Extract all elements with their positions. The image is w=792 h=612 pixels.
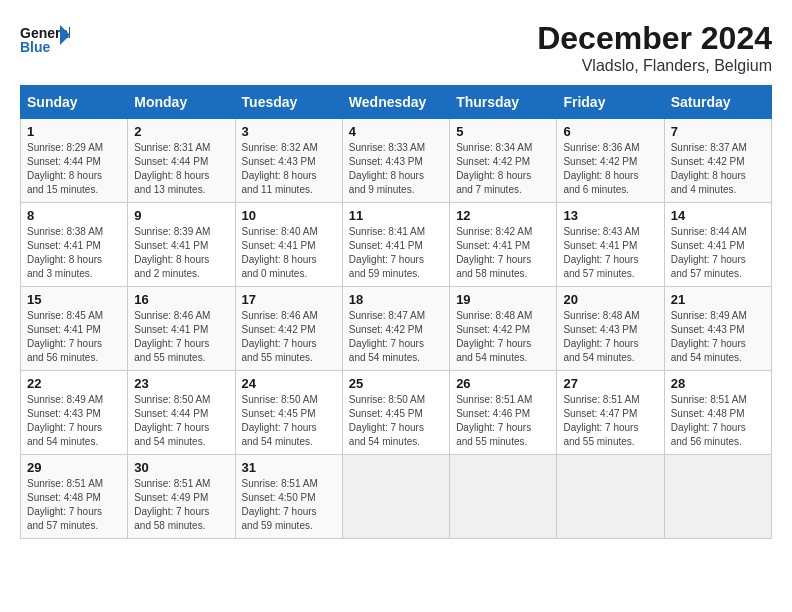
calendar-cell: [557, 455, 664, 539]
day-number: 22: [27, 376, 121, 391]
calendar-cell: 19Sunrise: 8:48 AMSunset: 4:42 PMDayligh…: [450, 287, 557, 371]
calendar-cell: 2Sunrise: 8:31 AMSunset: 4:44 PMDaylight…: [128, 119, 235, 203]
day-number: 12: [456, 208, 550, 223]
day-number: 25: [349, 376, 443, 391]
day-detail: Sunrise: 8:45 AMSunset: 4:41 PMDaylight:…: [27, 309, 121, 365]
calendar-table: SundayMondayTuesdayWednesdayThursdayFrid…: [20, 85, 772, 539]
calendar-cell: 29Sunrise: 8:51 AMSunset: 4:48 PMDayligh…: [21, 455, 128, 539]
day-detail: Sunrise: 8:33 AMSunset: 4:43 PMDaylight:…: [349, 141, 443, 197]
day-number: 3: [242, 124, 336, 139]
day-detail: Sunrise: 8:51 AMSunset: 4:49 PMDaylight:…: [134, 477, 228, 533]
calendar-cell: 15Sunrise: 8:45 AMSunset: 4:41 PMDayligh…: [21, 287, 128, 371]
calendar-week-row: 8Sunrise: 8:38 AMSunset: 4:41 PMDaylight…: [21, 203, 772, 287]
day-headers-row: SundayMondayTuesdayWednesdayThursdayFrid…: [21, 86, 772, 119]
day-detail: Sunrise: 8:32 AMSunset: 4:43 PMDaylight:…: [242, 141, 336, 197]
day-number: 16: [134, 292, 228, 307]
day-header-thursday: Thursday: [450, 86, 557, 119]
day-detail: Sunrise: 8:48 AMSunset: 4:43 PMDaylight:…: [563, 309, 657, 365]
calendar-cell: 25Sunrise: 8:50 AMSunset: 4:45 PMDayligh…: [342, 371, 449, 455]
day-header-saturday: Saturday: [664, 86, 771, 119]
calendar-week-row: 22Sunrise: 8:49 AMSunset: 4:43 PMDayligh…: [21, 371, 772, 455]
day-detail: Sunrise: 8:51 AMSunset: 4:48 PMDaylight:…: [27, 477, 121, 533]
svg-text:Blue: Blue: [20, 39, 51, 55]
calendar-cell: [342, 455, 449, 539]
day-detail: Sunrise: 8:36 AMSunset: 4:42 PMDaylight:…: [563, 141, 657, 197]
day-number: 5: [456, 124, 550, 139]
day-header-tuesday: Tuesday: [235, 86, 342, 119]
calendar-cell: 17Sunrise: 8:46 AMSunset: 4:42 PMDayligh…: [235, 287, 342, 371]
day-detail: Sunrise: 8:43 AMSunset: 4:41 PMDaylight:…: [563, 225, 657, 281]
day-number: 1: [27, 124, 121, 139]
calendar-week-row: 15Sunrise: 8:45 AMSunset: 4:41 PMDayligh…: [21, 287, 772, 371]
day-number: 28: [671, 376, 765, 391]
day-detail: Sunrise: 8:42 AMSunset: 4:41 PMDaylight:…: [456, 225, 550, 281]
day-number: 17: [242, 292, 336, 307]
calendar-cell: 13Sunrise: 8:43 AMSunset: 4:41 PMDayligh…: [557, 203, 664, 287]
day-detail: Sunrise: 8:31 AMSunset: 4:44 PMDaylight:…: [134, 141, 228, 197]
calendar-cell: 11Sunrise: 8:41 AMSunset: 4:41 PMDayligh…: [342, 203, 449, 287]
day-number: 18: [349, 292, 443, 307]
calendar-cell: 1Sunrise: 8:29 AMSunset: 4:44 PMDaylight…: [21, 119, 128, 203]
day-detail: Sunrise: 8:49 AMSunset: 4:43 PMDaylight:…: [27, 393, 121, 449]
calendar-cell: 7Sunrise: 8:37 AMSunset: 4:42 PMDaylight…: [664, 119, 771, 203]
calendar-cell: 16Sunrise: 8:46 AMSunset: 4:41 PMDayligh…: [128, 287, 235, 371]
logo: General Blue: [20, 20, 75, 60]
calendar-cell: 30Sunrise: 8:51 AMSunset: 4:49 PMDayligh…: [128, 455, 235, 539]
day-number: 8: [27, 208, 121, 223]
day-number: 13: [563, 208, 657, 223]
day-number: 23: [134, 376, 228, 391]
day-detail: Sunrise: 8:51 AMSunset: 4:50 PMDaylight:…: [242, 477, 336, 533]
day-detail: Sunrise: 8:51 AMSunset: 4:46 PMDaylight:…: [456, 393, 550, 449]
day-number: 4: [349, 124, 443, 139]
calendar-cell: 23Sunrise: 8:50 AMSunset: 4:44 PMDayligh…: [128, 371, 235, 455]
day-number: 14: [671, 208, 765, 223]
calendar-cell: 14Sunrise: 8:44 AMSunset: 4:41 PMDayligh…: [664, 203, 771, 287]
day-number: 10: [242, 208, 336, 223]
calendar-week-row: 1Sunrise: 8:29 AMSunset: 4:44 PMDaylight…: [21, 119, 772, 203]
calendar-header: SundayMondayTuesdayWednesdayThursdayFrid…: [21, 86, 772, 119]
day-detail: Sunrise: 8:40 AMSunset: 4:41 PMDaylight:…: [242, 225, 336, 281]
day-detail: Sunrise: 8:39 AMSunset: 4:41 PMDaylight:…: [134, 225, 228, 281]
day-detail: Sunrise: 8:34 AMSunset: 4:42 PMDaylight:…: [456, 141, 550, 197]
day-detail: Sunrise: 8:51 AMSunset: 4:48 PMDaylight:…: [671, 393, 765, 449]
calendar-week-row: 29Sunrise: 8:51 AMSunset: 4:48 PMDayligh…: [21, 455, 772, 539]
logo-icon: General Blue: [20, 20, 70, 60]
day-number: 19: [456, 292, 550, 307]
calendar-cell: 24Sunrise: 8:50 AMSunset: 4:45 PMDayligh…: [235, 371, 342, 455]
calendar-cell: 20Sunrise: 8:48 AMSunset: 4:43 PMDayligh…: [557, 287, 664, 371]
calendar-cell: 22Sunrise: 8:49 AMSunset: 4:43 PMDayligh…: [21, 371, 128, 455]
day-detail: Sunrise: 8:46 AMSunset: 4:41 PMDaylight:…: [134, 309, 228, 365]
day-number: 27: [563, 376, 657, 391]
day-number: 15: [27, 292, 121, 307]
day-detail: Sunrise: 8:51 AMSunset: 4:47 PMDaylight:…: [563, 393, 657, 449]
calendar-cell: 9Sunrise: 8:39 AMSunset: 4:41 PMDaylight…: [128, 203, 235, 287]
day-detail: Sunrise: 8:47 AMSunset: 4:42 PMDaylight:…: [349, 309, 443, 365]
calendar-cell: 28Sunrise: 8:51 AMSunset: 4:48 PMDayligh…: [664, 371, 771, 455]
calendar-cell: 12Sunrise: 8:42 AMSunset: 4:41 PMDayligh…: [450, 203, 557, 287]
day-header-monday: Monday: [128, 86, 235, 119]
day-number: 26: [456, 376, 550, 391]
day-detail: Sunrise: 8:48 AMSunset: 4:42 PMDaylight:…: [456, 309, 550, 365]
day-number: 30: [134, 460, 228, 475]
day-detail: Sunrise: 8:44 AMSunset: 4:41 PMDaylight:…: [671, 225, 765, 281]
calendar-cell: [450, 455, 557, 539]
calendar-cell: 3Sunrise: 8:32 AMSunset: 4:43 PMDaylight…: [235, 119, 342, 203]
day-header-sunday: Sunday: [21, 86, 128, 119]
day-number: 9: [134, 208, 228, 223]
day-detail: Sunrise: 8:29 AMSunset: 4:44 PMDaylight:…: [27, 141, 121, 197]
day-detail: Sunrise: 8:49 AMSunset: 4:43 PMDaylight:…: [671, 309, 765, 365]
day-detail: Sunrise: 8:50 AMSunset: 4:45 PMDaylight:…: [242, 393, 336, 449]
day-number: 21: [671, 292, 765, 307]
page-subtitle: Vladslo, Flanders, Belgium: [537, 57, 772, 75]
day-header-wednesday: Wednesday: [342, 86, 449, 119]
calendar-body: 1Sunrise: 8:29 AMSunset: 4:44 PMDaylight…: [21, 119, 772, 539]
calendar-cell: 5Sunrise: 8:34 AMSunset: 4:42 PMDaylight…: [450, 119, 557, 203]
calendar-cell: 4Sunrise: 8:33 AMSunset: 4:43 PMDaylight…: [342, 119, 449, 203]
day-number: 20: [563, 292, 657, 307]
calendar-cell: 21Sunrise: 8:49 AMSunset: 4:43 PMDayligh…: [664, 287, 771, 371]
calendar-cell: [664, 455, 771, 539]
calendar-cell: 27Sunrise: 8:51 AMSunset: 4:47 PMDayligh…: [557, 371, 664, 455]
calendar-cell: 31Sunrise: 8:51 AMSunset: 4:50 PMDayligh…: [235, 455, 342, 539]
calendar-cell: 18Sunrise: 8:47 AMSunset: 4:42 PMDayligh…: [342, 287, 449, 371]
day-detail: Sunrise: 8:50 AMSunset: 4:44 PMDaylight:…: [134, 393, 228, 449]
